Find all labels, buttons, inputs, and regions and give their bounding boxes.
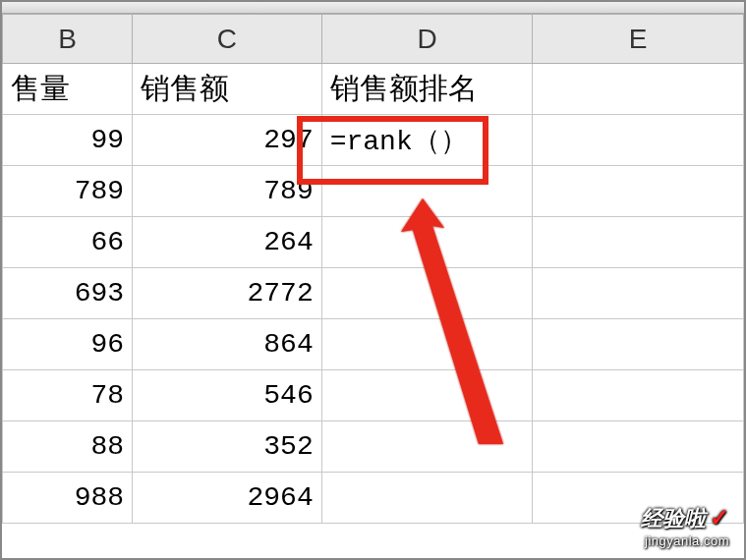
cell[interactable]: 789	[3, 166, 133, 217]
cell[interactable]	[533, 319, 744, 370]
column-header-row: B C D E	[3, 15, 744, 64]
col-header-B[interactable]: B	[3, 15, 133, 64]
cell[interactable]	[321, 370, 533, 421]
col-header-E[interactable]: E	[533, 15, 744, 64]
cell[interactable]	[321, 473, 533, 524]
table-row: 78 546	[3, 370, 744, 421]
cell-header-E[interactable]	[533, 64, 744, 115]
watermark-check-icon: ✓	[710, 504, 729, 531]
cell[interactable]	[533, 166, 744, 217]
cell[interactable]	[321, 319, 533, 370]
watermark-url: jingyanla.com	[641, 533, 729, 548]
cell[interactable]: 297	[133, 115, 322, 166]
cell[interactable]	[533, 421, 744, 473]
table-row: 88 352	[3, 421, 744, 473]
cell[interactable]: 693	[3, 268, 133, 319]
table-row: 693 2772	[3, 268, 744, 319]
table-row: 96 864	[3, 319, 744, 370]
table-row: 988 2964	[3, 473, 744, 524]
watermark-text: 经验啦	[641, 506, 706, 531]
cell-header-D[interactable]: 销售额排名	[321, 64, 533, 115]
cell[interactable]: 789	[133, 166, 322, 217]
cell[interactable]: 66	[3, 217, 133, 268]
cell[interactable]: 264	[133, 217, 322, 268]
cell[interactable]	[533, 268, 744, 319]
table-row: 789 789	[3, 166, 744, 217]
cell[interactable]	[321, 166, 533, 217]
col-header-C[interactable]: C	[133, 15, 322, 64]
watermark: 经验啦 ✓ jingyanla.com	[641, 504, 729, 548]
cell[interactable]: 546	[133, 370, 322, 421]
cell[interactable]: 78	[3, 370, 133, 421]
cell[interactable]: 88	[3, 421, 133, 473]
cell[interactable]: 864	[133, 319, 322, 370]
cell-header-B[interactable]: 售量	[3, 64, 133, 115]
header-row: 售量 销售额 销售额排名	[3, 64, 744, 115]
cell[interactable]: 988	[3, 473, 133, 524]
cell[interactable]: 352	[133, 421, 322, 473]
col-header-D[interactable]: D	[321, 15, 533, 64]
cell[interactable]	[321, 421, 533, 473]
cell[interactable]: 96	[3, 319, 133, 370]
cell[interactable]: 2772	[133, 268, 322, 319]
window-top-bar	[2, 2, 744, 14]
cell-header-C[interactable]: 销售额	[133, 64, 322, 115]
cell[interactable]	[321, 268, 533, 319]
cell[interactable]: 99	[3, 115, 133, 166]
cell[interactable]	[533, 217, 744, 268]
cell[interactable]	[321, 217, 533, 268]
cell[interactable]	[533, 370, 744, 421]
table-row: 66 264	[3, 217, 744, 268]
table-row: 99 297 =rank（）	[3, 115, 744, 166]
cell[interactable]	[533, 115, 744, 166]
formula-cell[interactable]: =rank（）	[321, 115, 533, 166]
cell[interactable]: 2964	[133, 473, 322, 524]
spreadsheet-grid[interactable]: B C D E 售量 销售额 销售额排名 99 297 =rank（） 789 …	[2, 14, 744, 524]
